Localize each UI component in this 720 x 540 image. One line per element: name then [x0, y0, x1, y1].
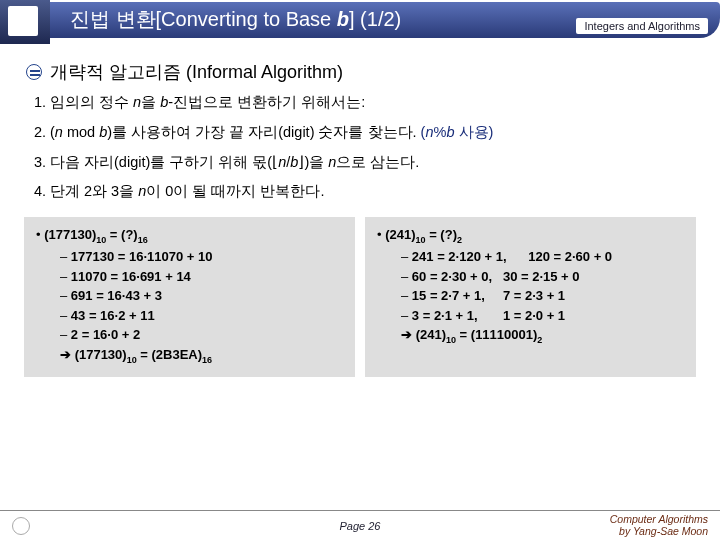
header-bar: 진법 변환[Converting to Base b] (1/2) Intege…	[0, 0, 720, 44]
example-1: • (177130)10 = (?)16 177130 = 16·11070 +…	[24, 217, 355, 377]
footer-left	[12, 517, 36, 535]
ex1-l2: 11070 = 16·691 + 14	[60, 267, 343, 287]
section-title-text: 개략적 알고리즘 (Informal Algorithm)	[50, 60, 343, 84]
logo-icon	[0, 0, 50, 44]
bullet-icon	[26, 64, 42, 80]
ex2-head: • (241)10 = (?)2	[377, 225, 684, 247]
ex1-l3: 691 = 16·43 + 3	[60, 286, 343, 306]
credit-line-1: Computer Algorithms	[610, 513, 708, 525]
title-ital: b	[337, 8, 349, 30]
footer-credits: Computer Algorithms by Yang-Sae Moon	[610, 514, 708, 537]
ex1-result: (177130)10 = (2B3EA)16	[60, 345, 343, 367]
step-2: (n mod b)를 사용하여 가장 끝 자리(digit) 숫자를 찾는다. …	[50, 122, 700, 144]
ex1-l1: 177130 = 16·11070 + 10	[60, 247, 343, 267]
ex2-l2: 60 = 2·30 + 0, 30 = 2·15 + 0	[401, 267, 684, 287]
title-suffix: ] (1/2)	[349, 8, 401, 30]
ex2-result: (241)10 = (11110001)2	[401, 325, 684, 347]
step-1: 임의의 정수 n을 b-진법으로 변환하기 위해서는:	[50, 92, 700, 114]
ex1-head: • (177130)10 = (?)16	[36, 225, 343, 247]
example-2: • (241)10 = (?)2 241 = 2·120 + 1, 120 = …	[365, 217, 696, 377]
title-prefix: 진법 변환[Converting to Base	[70, 8, 337, 30]
ex2-l1: 241 = 2·120 + 1, 120 = 2·60 + 0	[401, 247, 684, 267]
section-title: 개략적 알고리즘 (Informal Algorithm)	[26, 60, 700, 84]
seal-icon	[12, 517, 30, 535]
content-area: 개략적 알고리즘 (Informal Algorithm) 임의의 정수 n을 …	[0, 44, 720, 377]
credit-line-2: by Yang-Sae Moon	[619, 525, 708, 537]
ex1-l5: 2 = 16·0 + 2	[60, 325, 343, 345]
algorithm-steps: 임의의 정수 n을 b-진법으로 변환하기 위해서는: (n mod b)를 사…	[50, 92, 700, 203]
ex2-l3: 15 = 2·7 + 1, 7 = 2·3 + 1	[401, 286, 684, 306]
page-number: Page 26	[340, 520, 381, 532]
ex1-l4: 43 = 16·2 + 11	[60, 306, 343, 326]
step-4: 단계 2와 3을 n이 0이 될 때까지 반복한다.	[50, 181, 700, 203]
footer: Page 26 Computer Algorithms by Yang-Sae …	[0, 510, 720, 540]
examples-row: • (177130)10 = (?)16 177130 = 16·11070 +…	[24, 217, 696, 377]
ex2-l4: 3 = 2·1 + 1, 1 = 2·0 + 1	[401, 306, 684, 326]
module-label: Integers and Algorithms	[576, 18, 708, 34]
step-3: 다음 자리(digit)를 구하기 위해 몫(⌊n/b⌋)을 n으로 삼는다.	[50, 152, 700, 174]
